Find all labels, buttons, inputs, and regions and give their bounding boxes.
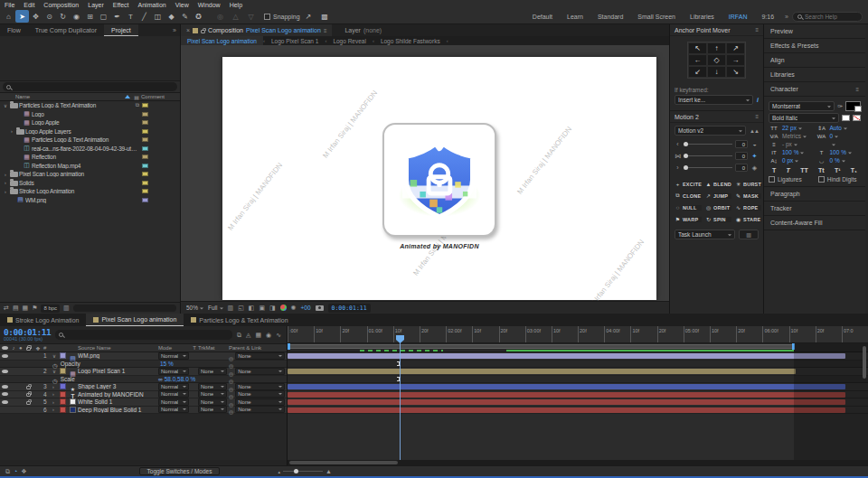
item-name[interactable]: Solids — [19, 180, 139, 186]
mask-visibility-icon[interactable]: ◱ — [238, 305, 244, 312]
slider-value[interactable]: 0 — [735, 152, 748, 160]
track-row[interactable] — [288, 398, 868, 407]
twirl-icon[interactable]: ∨ — [2, 103, 9, 108]
parent-dropdown[interactable]: None — [235, 406, 285, 413]
label-color-chip[interactable] — [60, 407, 66, 413]
exposure-value[interactable]: +00 — [301, 305, 311, 311]
project-item[interactable]: › Stroke Logo Animation — [0, 187, 180, 196]
zoom-slider-track[interactable] — [283, 471, 323, 472]
collapsed-panel-header[interactable]: Effects & Presets — [764, 39, 865, 53]
property-value[interactable]: ∞58.0,58.0 % — [158, 376, 229, 382]
slider-value[interactable]: 0 — [735, 140, 748, 148]
pan-behind-tool-icon[interactable]: ⊞ — [83, 10, 97, 23]
layer-row[interactable]: 6 › Deep Royal Blue Solid 1 Normal None — [0, 407, 287, 415]
motion-tool-button[interactable]: ◉ STARE — [733, 213, 763, 225]
snap-angle-icon[interactable]: ↗ — [306, 13, 312, 21]
faux-style-button[interactable]: T — [787, 167, 790, 173]
trkmat-dropdown[interactable]: None — [198, 406, 227, 413]
faux-style-button[interactable]: TT — [800, 167, 808, 173]
channel-icon[interactable] — [280, 305, 287, 311]
menu-item[interactable]: Window — [193, 2, 225, 8]
motion-blur-icon[interactable]: ◉ — [266, 332, 271, 339]
trkmat-dropdown[interactable]: None — [198, 383, 227, 390]
motion-tool-button[interactable]: ↗ JUMP — [703, 190, 733, 202]
layer-name[interactable]: Animated by MANOFIDN — [78, 391, 158, 398]
snapping-checkbox[interactable] — [264, 14, 270, 20]
timeline-tab[interactable]: Particles Logo & Text Animation — [184, 314, 295, 326]
font-style-dropdown[interactable]: Bold Italic — [769, 113, 839, 123]
home-icon[interactable]: ⌂ — [2, 10, 15, 23]
eraser-tool-icon[interactable]: ◆ — [165, 10, 178, 23]
motion-tool-button[interactable]: + EXCITE — [673, 178, 703, 190]
label-color-chip[interactable] — [142, 164, 148, 168]
item-name[interactable]: Logo — [32, 111, 139, 117]
blend-mode-dropdown[interactable]: Normal — [158, 398, 189, 406]
label-color-chip[interactable] — [142, 129, 148, 134]
blend-mode-dropdown[interactable]: Normal — [158, 390, 189, 398]
puppet-tool-icon[interactable]: ✪ — [192, 10, 205, 23]
menu-item[interactable]: Help — [225, 2, 247, 8]
new-composition-icon[interactable]: ▦ — [23, 305, 29, 312]
thermometer-icon[interactable]: ◈ — [750, 164, 759, 172]
label-color-chip[interactable] — [60, 398, 66, 405]
frame-blend-toggle-icon[interactable]: ⧉ — [5, 468, 10, 475]
blend-mode-dropdown[interactable]: Normal — [158, 383, 189, 390]
twirl-icon[interactable]: › — [2, 180, 9, 185]
anchor-arrow-button[interactable]: ◇ — [707, 54, 726, 66]
faux-style-button[interactable]: T₁ — [851, 167, 857, 173]
setting-value-dropdown[interactable]: Metrics — [782, 133, 814, 139]
magnification-dropdown[interactable]: 50% — [186, 305, 203, 311]
eye-icon[interactable] — [2, 400, 8, 404]
workspace-tab[interactable]: Standard — [590, 14, 630, 20]
comp-mini-flowchart-icon[interactable]: ⧉ — [237, 332, 241, 339]
current-timecode[interactable]: 0:00:01:11 — [4, 328, 51, 336]
panel-overflow-icon[interactable]: » — [169, 27, 180, 33]
insert-keyframe-dropdown[interactable]: Insert ke... — [675, 95, 753, 105]
workspace-tab[interactable]: 9:16 — [754, 14, 781, 20]
composition-viewer-tab[interactable]: × Composition Pixel Scan Logo animation … — [181, 24, 332, 36]
property-value[interactable]: 15 % — [158, 361, 229, 367]
sort-ascending-icon[interactable] — [125, 95, 130, 98]
label-color-chip[interactable] — [60, 383, 66, 389]
item-name[interactable]: Logo Apple Layers — [25, 128, 139, 135]
label-color-chip[interactable] — [142, 172, 148, 176]
collapsed-panel-header[interactable]: Tracker — [764, 202, 865, 216]
project-item[interactable]: Logo Apple — [0, 118, 180, 127]
lock-icon[interactable] — [26, 393, 31, 397]
blend-mode-dropdown[interactable]: Normal — [158, 368, 189, 375]
track-row[interactable] — [288, 391, 868, 399]
label-color-chip[interactable] — [60, 391, 66, 398]
trash-icon[interactable]: ▥ — [739, 230, 759, 239]
label-color-chip[interactable] — [142, 120, 148, 125]
setting-value-dropdown[interactable]: 100 % — [782, 149, 814, 155]
pen-tool-icon[interactable]: ✒ — [110, 10, 124, 23]
brainstorm-icon[interactable]: ❖ — [21, 468, 26, 475]
column-comment[interactable]: Comment — [141, 94, 177, 99]
task-launch-dropdown[interactable]: Task Launch — [675, 230, 735, 239]
help-search-input[interactable] — [805, 14, 857, 20]
motion-tool-button[interactable]: ▲ BLEND — [703, 178, 733, 190]
setting-value-dropdown[interactable]: 0 px — [782, 157, 814, 164]
label-color-chip[interactable] — [142, 155, 148, 159]
trash-icon[interactable]: ▥ — [63, 305, 70, 312]
anchor-point-mover-header[interactable]: Anchor Point Mover≡ — [670, 24, 763, 36]
label-color-chip[interactable] — [142, 189, 148, 193]
ligatures-checkbox[interactable] — [769, 176, 775, 183]
slider-knob[interactable] — [684, 165, 688, 170]
slider-knob[interactable] — [684, 142, 688, 146]
frame-blending-icon[interactable]: ▦ — [255, 332, 261, 339]
project-item[interactable]: WM.png — [0, 196, 180, 205]
label-color-chip[interactable] — [60, 368, 66, 374]
track-row[interactable] — [288, 407, 868, 415]
rotate-tool-icon[interactable]: ↻ — [56, 10, 70, 23]
toggle-switches-modes-button[interactable]: Toggle Switches / Modes — [139, 467, 221, 475]
layer-duration-bar[interactable] — [288, 353, 845, 359]
timeline-tab[interactable]: Pixel Scan Logo animation — [86, 314, 184, 326]
workspace-tab[interactable]: Small Screen — [630, 14, 683, 20]
layer-duration-bar[interactable] — [288, 369, 796, 374]
setting-value-dropdown[interactable]: 0 % — [830, 157, 862, 164]
snapshot-camera-icon[interactable] — [316, 305, 324, 311]
font-family-dropdown[interactable]: Montserrat — [769, 101, 835, 111]
item-name[interactable]: Logo Apple — [32, 119, 139, 126]
menu-item[interactable]: Layer — [83, 2, 108, 8]
